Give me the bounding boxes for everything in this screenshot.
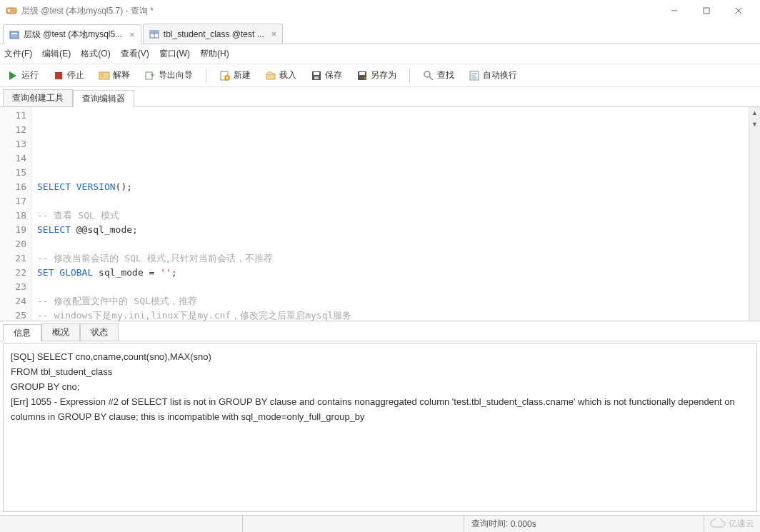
load-button[interactable]: 载入 (262, 68, 299, 83)
watermark: 亿速云 (704, 518, 760, 530)
maximize-button[interactable] (690, 1, 722, 21)
load-icon (265, 70, 276, 81)
tab-messages[interactable]: 信息 (3, 324, 41, 341)
svg-point-23 (424, 71, 430, 77)
doc-tab-table[interactable]: tbl_student_class @test ... × (143, 24, 284, 44)
search-icon (423, 70, 434, 81)
table-icon (149, 29, 159, 39)
vertical-scrollbar[interactable]: ▲ ▼ (749, 107, 760, 321)
doc-tab-label: tbl_student_class @test ... (164, 29, 264, 39)
scroll-up-icon[interactable]: ▲ (749, 107, 760, 119)
status-query-time: 查询时间: 0.000s (464, 516, 704, 532)
output-tabs: 信息 概况 状态 (0, 321, 760, 341)
menu-file[interactable]: 文件(F) (4, 48, 32, 60)
svg-rect-13 (55, 72, 62, 79)
svg-rect-15 (146, 72, 152, 79)
svg-rect-19 (314, 72, 319, 75)
stop-icon (53, 70, 64, 81)
explain-icon (99, 70, 110, 81)
status-cell-left (0, 516, 243, 532)
tab-status[interactable]: 状态 (80, 323, 119, 341)
save-as-button[interactable]: 另存为 (354, 68, 399, 83)
wrap-icon (469, 70, 480, 81)
menu-help[interactable]: 帮助(H) (200, 48, 229, 60)
tab-query-editor[interactable]: 查询编辑器 (73, 90, 134, 107)
statusbar: 查询时间: 0.000s 亿速云 (0, 515, 760, 532)
minimize-button[interactable] (658, 1, 690, 21)
document-tabs: 层级 @test (本地mysql5... × tbl_student_clas… (0, 21, 760, 44)
line-gutter: 11 12 13 14 15 16 17 18 19 20 21 22 23 2… (0, 107, 31, 321)
export-wizard-button[interactable]: 导出向导 (141, 68, 196, 83)
toolbar: 运行 停止 解释 导出向导 新建 载入 保存 另存为 查找 自动换行 (0, 64, 760, 87)
menubar: 文件(F) 编辑(E) 格式(O) 查看(V) 窗口(W) 帮助(H) (0, 44, 760, 64)
save-icon (311, 70, 322, 81)
stop-button[interactable]: 停止 (50, 68, 87, 83)
tab-close-icon[interactable]: × (126, 29, 135, 40)
editor-sub-tabs: 查询创建工具 查询编辑器 (0, 87, 760, 107)
svg-marker-12 (9, 71, 16, 80)
status-cell-mid (243, 516, 464, 532)
output-panel[interactable]: [SQL] SELECT cno,cname,count(sno),MAX(sn… (3, 343, 757, 512)
explain-button[interactable]: 解释 (96, 68, 133, 83)
play-icon (7, 70, 19, 81)
db-icon (9, 30, 19, 40)
doc-tab-label: 层级 @test (本地mysql5... (24, 29, 122, 41)
app-icon (6, 5, 17, 16)
svg-rect-20 (314, 76, 319, 79)
svg-rect-3 (704, 8, 709, 14)
find-button[interactable]: 查找 (420, 68, 457, 83)
tab-close-icon[interactable]: × (269, 29, 277, 39)
tab-query-builder[interactable]: 查询创建工具 (3, 89, 73, 106)
menu-format[interactable]: 格式(O) (81, 48, 110, 60)
svg-rect-22 (359, 72, 365, 75)
sql-editor[interactable]: 11 12 13 14 15 16 17 18 19 20 21 22 23 2… (0, 107, 760, 321)
window-title: 层级 @test (本地mysql5.7) - 查询 * (21, 5, 154, 17)
menu-window[interactable]: 窗口(W) (159, 48, 190, 60)
svg-line-24 (429, 76, 433, 80)
toolbar-separator (206, 69, 206, 83)
svg-rect-11 (150, 31, 159, 33)
auto-wrap-button[interactable]: 自动换行 (466, 68, 520, 83)
menu-edit[interactable]: 编辑(E) (42, 48, 71, 60)
tab-profile[interactable]: 概况 (41, 323, 80, 341)
new-icon (219, 70, 231, 81)
run-button[interactable]: 运行 (4, 68, 41, 83)
svg-rect-14 (99, 72, 109, 79)
menu-view[interactable]: 查看(V) (121, 48, 149, 60)
save-as-icon (356, 70, 368, 81)
new-button[interactable]: 新建 (216, 68, 254, 83)
export-icon (144, 70, 156, 81)
svg-rect-1 (8, 9, 10, 12)
svg-rect-7 (11, 33, 17, 34)
scroll-down-icon[interactable]: ▼ (749, 119, 760, 130)
save-button[interactable]: 保存 (308, 68, 345, 83)
doc-tab-query[interactable]: 层级 @test (本地mysql5... × (3, 24, 141, 44)
toolbar-separator (409, 69, 410, 83)
code-area[interactable]: SELECT VERSION(); -- 查看 SQL 模式 SELECT @@… (31, 107, 749, 321)
svg-rect-6 (10, 31, 19, 39)
close-button[interactable] (722, 1, 754, 21)
titlebar: 层级 @test (本地mysql5.7) - 查询 * (0, 0, 760, 21)
